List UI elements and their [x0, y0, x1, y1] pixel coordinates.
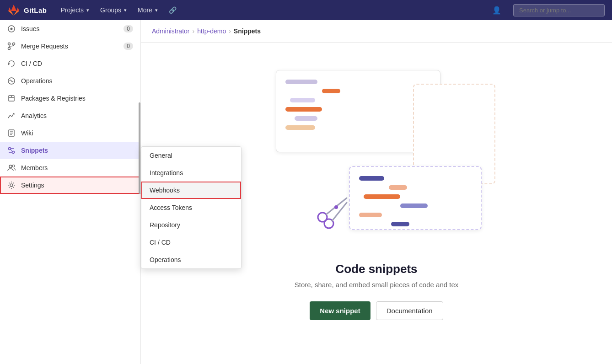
merge-icon — [7, 42, 16, 50]
dropdown-item-integrations[interactable]: Integrations — [141, 164, 241, 182]
dropdown-item-general[interactable]: General — [141, 147, 241, 164]
search-input[interactable] — [513, 4, 605, 16]
sidebar-item-snippets[interactable]: Snippets — [0, 142, 140, 159]
analytics-label: Analytics — [21, 112, 47, 119]
snippets-subtitle: Store, share, and embed small pieces of … — [295, 281, 459, 289]
breadcrumb-sep-1: › — [192, 27, 194, 35]
sidebar-item-operations[interactable]: Operations — [0, 72, 140, 90]
snippets-illustration — [258, 61, 495, 253]
svg-point-7 — [8, 43, 11, 45]
breadcrumb: Administrator › http-demo › Snippets — [141, 20, 612, 43]
merge-requests-label: Merge Requests — [21, 43, 68, 50]
cicd-icon — [7, 59, 16, 68]
svg-marker-1 — [8, 11, 14, 16]
gitlab-wordmark: GitLab — [24, 6, 47, 14]
snippets-icon — [7, 146, 16, 155]
sidebar-item-cicd[interactable]: CI / CD — [0, 55, 140, 72]
projects-nav[interactable]: Projects — [56, 4, 94, 16]
svg-point-22 — [12, 165, 15, 167]
issues-badge: 0 — [123, 25, 133, 32]
sidebar-item-merge-requests[interactable]: Merge Requests 0 — [0, 37, 140, 55]
gitlab-logo-icon — [7, 4, 20, 16]
packages-label: Packages & Registries — [21, 95, 86, 102]
members-label: Members — [21, 164, 48, 171]
svg-line-27 — [332, 203, 347, 221]
more-nav[interactable]: More — [133, 4, 162, 16]
sidebar-item-issues[interactable]: Issues 0 — [0, 20, 140, 37]
svg-point-9 — [8, 48, 11, 50]
operations-label: Operations — [21, 77, 52, 85]
svg-point-28 — [334, 205, 338, 209]
svg-line-20 — [11, 150, 12, 151]
breadcrumb-project[interactable]: http-demo — [197, 27, 226, 35]
svg-marker-4 — [16, 7, 19, 11]
sidebar-scrollbar[interactable] — [139, 102, 140, 194]
main-layout: Issues 0 Merge Requests 0 CI / CD Operat… — [0, 20, 612, 364]
dropdown-item-access-tokens[interactable]: Access Tokens — [141, 199, 241, 216]
dropdown-item-repository[interactable]: Repository — [141, 216, 241, 234]
members-icon — [7, 164, 16, 172]
issues-label: Issues — [21, 25, 39, 32]
dropdown-item-operations[interactable]: Operations — [141, 251, 241, 268]
breadcrumb-sep-2: › — [229, 27, 231, 35]
svg-point-21 — [9, 165, 12, 168]
settings-label: Settings — [21, 182, 44, 189]
new-snippet-button[interactable]: New snippet — [310, 301, 370, 320]
svg-point-18 — [9, 148, 11, 150]
illustration-card-secondary — [349, 166, 482, 230]
svg-marker-2 — [14, 11, 19, 16]
merge-requests-badge: 0 — [123, 43, 133, 50]
svg-point-23 — [10, 184, 13, 187]
snippet-actions: New snippet Documentation — [310, 301, 443, 320]
svg-point-6 — [11, 28, 13, 30]
breadcrumb-admin[interactable]: Administrator — [152, 27, 189, 35]
sidebar: Issues 0 Merge Requests 0 CI / CD Operat… — [0, 20, 141, 364]
sidebar-item-analytics[interactable]: Analytics — [0, 107, 140, 124]
scissors-illustration-icon — [312, 189, 354, 232]
wiki-icon — [7, 129, 16, 137]
svg-point-19 — [12, 151, 15, 154]
sidebar-item-wiki[interactable]: Wiki — [0, 124, 140, 142]
snippets-title: Code snippets — [335, 262, 417, 276]
issues-icon — [7, 25, 16, 33]
settings-dropdown: General Integrations Webhooks Access Tok… — [141, 146, 242, 269]
navbar: GitLab Projects Groups More 🔗 👤 — [0, 0, 612, 20]
groups-nav[interactable]: Groups — [96, 4, 131, 16]
svg-marker-3 — [8, 7, 11, 11]
sidebar-item-packages[interactable]: Packages & Registries — [0, 90, 140, 107]
dropdown-item-cicd[interactable]: CI / CD — [141, 234, 241, 251]
settings-icon — [7, 181, 16, 189]
sidebar-item-members[interactable]: Members — [0, 159, 140, 177]
svg-point-8 — [13, 43, 15, 45]
operations-icon — [7, 77, 16, 85]
gitlab-logo-area[interactable]: GitLab — [7, 4, 47, 16]
cicd-label: CI / CD — [21, 60, 42, 67]
sidebar-item-settings[interactable]: Settings — [0, 177, 140, 194]
link-icon-nav[interactable]: 🔗 — [164, 4, 181, 16]
svg-marker-0 — [11, 5, 16, 11]
breadcrumb-current: Snippets — [234, 27, 261, 35]
packages-icon — [7, 94, 16, 102]
wiki-label: Wiki — [21, 129, 33, 137]
navbar-links: Projects Groups More 🔗 — [56, 4, 181, 16]
dropdown-item-webhooks[interactable]: Webhooks — [141, 182, 241, 199]
user-icon-btn[interactable]: 👤 — [489, 3, 504, 17]
analytics-icon — [7, 112, 16, 120]
snippets-label: Snippets — [21, 147, 48, 154]
documentation-button[interactable]: Documentation — [376, 301, 443, 320]
